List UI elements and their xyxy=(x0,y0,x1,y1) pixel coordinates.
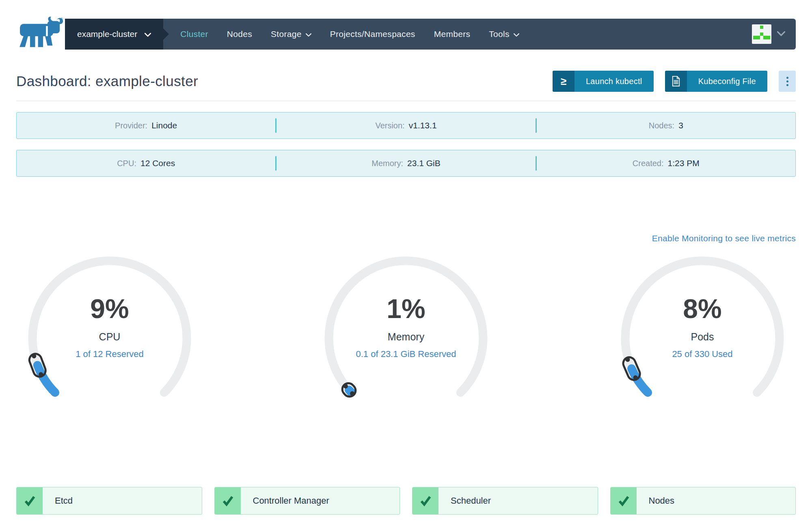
info-label: Memory: xyxy=(371,159,403,168)
chevron-down-icon xyxy=(145,29,151,39)
user-menu-chevron-icon[interactable] xyxy=(777,30,785,38)
nav-item-tools[interactable]: Tools xyxy=(489,29,519,39)
status-scheduler: Scheduler xyxy=(412,487,598,515)
title-row: Dashboard: example-cluster ≥ Launch kube… xyxy=(16,71,796,92)
info-label: Version: xyxy=(375,121,404,130)
top-bar: ® example-cluster Cluster Nodes Storage xyxy=(16,19,796,50)
cluster-picker-label: example-cluster xyxy=(77,29,137,39)
check-icon xyxy=(215,487,241,514)
gauge-text: 9% CPU 1 of 12 Reserved xyxy=(16,251,203,437)
status-label: Controller Manager xyxy=(241,496,329,506)
info-value: Linode xyxy=(151,121,177,130)
info-value: v1.13.1 xyxy=(409,121,437,130)
gauge-caption: 1 of 12 Reserved xyxy=(76,349,144,359)
info-value: 23.1 GiB xyxy=(407,158,441,168)
gauge-percent: 9% xyxy=(90,295,129,322)
nav-item-label: Tools xyxy=(489,29,510,39)
gauge-caption: 0.1 of 23.1 GiB Reserved xyxy=(356,349,456,359)
chevron-down-icon xyxy=(514,29,519,39)
info-value: 1:23 PM xyxy=(668,158,700,168)
kubeconfig-file-button[interactable]: Kubeconfig File xyxy=(665,71,767,92)
info-memory: Memory: 23.1 GiB xyxy=(276,158,535,168)
gauge-percent: 1% xyxy=(387,295,425,322)
info-value: 12 Cores xyxy=(140,158,175,168)
status-label: Nodes xyxy=(637,496,675,506)
check-icon xyxy=(17,487,43,514)
info-created: Created: 1:23 PM xyxy=(537,158,795,168)
nav-item-label: Cluster xyxy=(180,29,208,39)
kebab-dot xyxy=(786,80,788,82)
gauge-text: 8% Pods 25 of 330 Used xyxy=(609,251,796,437)
gauge-cpu: 9% CPU 1 of 12 Reserved xyxy=(16,251,203,437)
info-label: Created: xyxy=(633,159,664,168)
gauge-title: Pods xyxy=(691,331,714,343)
status-etcd: Etcd xyxy=(16,487,202,515)
main-navbar: example-cluster Cluster Nodes Storage Pr… xyxy=(65,19,796,50)
info-nodes: Nodes: 3 xyxy=(537,121,795,130)
gauge-memory: 1% Memory 0.1 of 23.1 GiB Reserved xyxy=(313,251,499,437)
gauge-title: Memory xyxy=(388,331,424,343)
check-icon xyxy=(611,487,637,514)
more-actions-button[interactable] xyxy=(779,71,796,92)
info-label: Nodes: xyxy=(649,121,674,130)
header-actions: ≥ Launch kubectl Kubeconfig File xyxy=(553,71,796,92)
rancher-logo[interactable]: ® xyxy=(16,19,65,50)
enable-monitoring-link[interactable]: Enable Monitoring to see live metrics xyxy=(652,234,796,243)
nav-item-projects-namespaces[interactable]: Projects/Namespaces xyxy=(330,29,415,39)
nav-item-label: Storage xyxy=(271,29,302,39)
avatar[interactable] xyxy=(752,24,771,44)
nav-item-cluster[interactable]: Cluster xyxy=(180,29,208,39)
status-controller-manager: Controller Manager xyxy=(214,487,400,515)
status-label: Etcd xyxy=(43,496,73,506)
gauge-title: CPU xyxy=(99,331,121,343)
gauge-text: 1% Memory 0.1 of 23.1 GiB Reserved xyxy=(313,251,499,437)
nav-item-label: Projects/Namespaces xyxy=(330,29,415,39)
chevron-down-icon xyxy=(306,29,311,39)
check-icon xyxy=(412,487,438,514)
cluster-info-row-2: CPU: 12 Cores Memory: 23.1 GiB Created: … xyxy=(16,150,796,177)
rancher-cluster-dashboard: ® example-cluster Cluster Nodes Storage xyxy=(0,19,812,526)
gauge-caption: 25 of 330 Used xyxy=(672,349,732,359)
nav-item-nodes[interactable]: Nodes xyxy=(227,29,252,39)
page-title: Dashboard: example-cluster xyxy=(16,73,198,89)
status-label: Scheduler xyxy=(438,496,491,506)
gauges-row: 9% CPU 1 of 12 Reserved 1% Memory 0.1 of… xyxy=(16,251,796,437)
file-icon xyxy=(665,71,687,92)
avatar-identicon xyxy=(753,26,770,43)
launch-kubectl-button[interactable]: ≥ Launch kubectl xyxy=(553,71,654,92)
rancher-cow-icon: ® xyxy=(16,17,64,52)
launch-kubectl-label: Launch kubectl xyxy=(574,71,654,92)
nav-item-storage[interactable]: Storage xyxy=(271,29,311,39)
nav-item-label: Nodes xyxy=(227,29,252,39)
cluster-info-row-1: Provider: Linode Version: v1.13.1 Nodes:… xyxy=(16,112,796,139)
title-divider xyxy=(16,101,796,101)
kubeconfig-file-label: Kubeconfig File xyxy=(687,71,767,92)
info-label: CPU: xyxy=(117,159,136,168)
info-value: 3 xyxy=(678,121,683,130)
kebab-dot xyxy=(786,84,788,86)
gauge-percent: 8% xyxy=(683,295,721,322)
info-provider: Provider: Linode xyxy=(17,121,275,130)
svg-text:®: ® xyxy=(60,17,63,21)
nav-item-members[interactable]: Members xyxy=(434,29,471,39)
info-cpu: CPU: 12 Cores xyxy=(17,158,275,168)
picker-notch xyxy=(163,28,169,40)
info-label: Provider: xyxy=(115,121,147,130)
monitoring-link-row: Enable Monitoring to see live metrics xyxy=(16,234,796,243)
gauge-pods: 8% Pods 25 of 330 Used xyxy=(609,251,796,437)
status-nodes: Nodes xyxy=(610,487,796,515)
info-version: Version: v1.13.1 xyxy=(276,121,535,130)
component-status-row: Etcd Controller Manager Scheduler Nodes xyxy=(16,487,796,515)
nav-item-label: Members xyxy=(434,29,471,39)
kebab-dot xyxy=(786,77,788,79)
cluster-picker[interactable]: example-cluster xyxy=(65,19,163,50)
terminal-icon: ≥ xyxy=(553,71,574,92)
